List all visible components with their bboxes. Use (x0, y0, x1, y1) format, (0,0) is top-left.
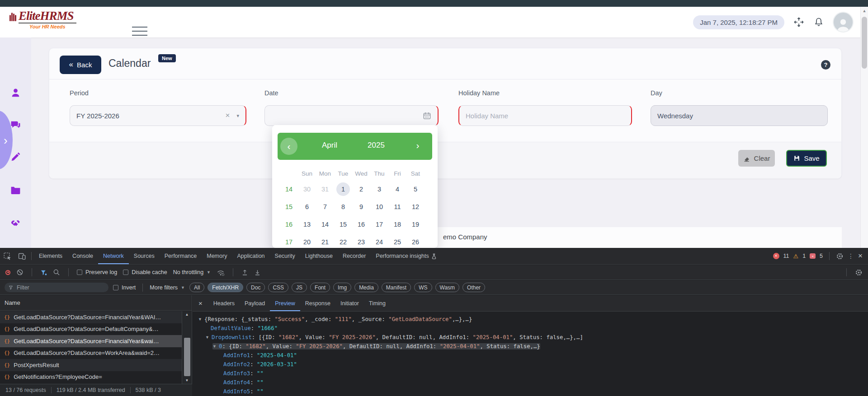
devtools-tab-lighthouse[interactable]: Lighthouse (300, 248, 338, 264)
filter-pill-media[interactable]: Media (354, 283, 378, 292)
app-logo[interactable]: EliteHRMS Your HR Needs (9, 9, 76, 29)
holiday-name-field[interactable] (458, 105, 632, 126)
filter-pill-font[interactable]: Font (310, 283, 330, 292)
throttling-dropdown[interactable]: No throttling▼ (173, 269, 211, 275)
user-avatar[interactable] (833, 12, 854, 33)
request-row[interactable]: {}GetLoadDataSource?DataSource=DefaultCo… (0, 323, 182, 335)
selected-date[interactable]: 1 (336, 182, 350, 196)
date-cell[interactable]: 12 (406, 203, 425, 210)
detail-tab-initiator[interactable]: Initiator (335, 295, 364, 311)
filter-pill-css[interactable]: CSS (268, 283, 288, 292)
date-cell[interactable]: 2 (352, 186, 370, 193)
filter-pill-manifest[interactable]: Manifest (382, 283, 411, 292)
clear-button[interactable]: Clear (738, 150, 775, 167)
more-filters-dropdown[interactable]: More filters▼ (150, 284, 185, 291)
expand-arrow-icon[interactable]: ▼ (205, 333, 212, 342)
prev-month-button[interactable]: ‹ (280, 138, 297, 155)
next-month-button[interactable]: › (411, 140, 424, 151)
devtools-tab-memory[interactable]: Memory (202, 248, 232, 264)
disable-cache-checkbox[interactable] (123, 270, 128, 275)
detail-tab-response[interactable]: Response (300, 295, 335, 311)
request-row[interactable]: {}GetLoadDataSource?DataSource=Financial… (0, 335, 182, 347)
date-cell[interactable]: 8 (334, 203, 352, 210)
filter-pill-doc[interactable]: Doc (246, 283, 265, 292)
date-cell[interactable]: 18 (388, 221, 406, 228)
date-cell[interactable]: 6 (298, 203, 316, 210)
network-conditions-icon[interactable] (217, 269, 225, 276)
date-cell[interactable]: 16 (352, 221, 370, 228)
hamburger-menu-icon[interactable] (132, 27, 147, 39)
move-resize-icon[interactable] (793, 16, 805, 28)
request-list-scrollbar[interactable]: ▲ ▼ (182, 311, 192, 384)
date-cell[interactable]: 19 (406, 221, 425, 228)
devtools-settings-gear-icon[interactable] (836, 252, 844, 260)
issues-icon[interactable]: × (810, 253, 816, 259)
devtools-tab-performance[interactable]: Performance (160, 248, 202, 264)
scrollbar-thumb[interactable] (184, 338, 190, 376)
date-cell[interactable]: 14 (316, 221, 334, 228)
scrollbar-thumb[interactable] (862, 17, 867, 69)
date-cell[interactable]: 25 (388, 238, 406, 246)
date-cell[interactable]: 23 (352, 238, 370, 246)
devtools-tab-security[interactable]: Security (270, 248, 300, 264)
console-errors-icon[interactable]: × (773, 253, 779, 259)
devtools-tab-application[interactable]: Application (232, 248, 269, 264)
date-cell[interactable]: 11 (388, 203, 406, 210)
expand-arrow-icon[interactable]: ▼ (212, 342, 219, 351)
notifications-bell-icon[interactable] (813, 16, 824, 28)
preserve-log-checkbox[interactable] (77, 270, 82, 275)
date-cell[interactable]: 30 (298, 186, 316, 193)
inspect-element-icon[interactable] (0, 248, 14, 264)
save-button[interactable]: Save (786, 150, 827, 167)
network-filter-input[interactable] (17, 284, 104, 291)
date-cell[interactable]: 1 (334, 182, 352, 196)
invert-filter-toggle[interactable]: Invert (113, 284, 136, 291)
period-select[interactable]: FY 2025-2026 × ▾ (70, 105, 246, 126)
preserve-log-toggle[interactable]: Preserve log (77, 269, 117, 275)
detail-tab-payload[interactable]: Payload (240, 295, 270, 311)
date-cell[interactable]: 24 (370, 238, 388, 246)
clear-network-log-icon[interactable] (16, 269, 24, 276)
date-cell[interactable]: 22 (334, 238, 352, 246)
date-cell[interactable]: 26 (406, 238, 425, 246)
date-cell[interactable]: 31 (316, 186, 334, 193)
export-har-icon[interactable] (254, 269, 261, 276)
sidebar-item-user[interactable] (10, 87, 21, 98)
period-clear-icon[interactable]: × (226, 111, 230, 120)
devtools-tab-console[interactable]: Console (67, 248, 98, 264)
expand-arrow-icon[interactable]: ▼ (198, 315, 204, 324)
devtools-tab-performance-insights[interactable]: Performance insights (371, 248, 441, 264)
holiday-name-input[interactable] (466, 112, 625, 120)
datepicker-month[interactable]: April (311, 141, 348, 150)
date-cell[interactable]: 9 (352, 203, 370, 210)
record-network-log-icon[interactable] (5, 270, 10, 275)
period-caret-icon[interactable]: ▾ (236, 113, 239, 119)
filter-pill-img[interactable]: Img (333, 283, 351, 292)
calendar-icon[interactable] (423, 112, 431, 120)
close-detail-icon[interactable]: × (193, 299, 208, 307)
detail-tab-preview[interactable]: Preview (270, 295, 300, 311)
filter-pill-ws[interactable]: WS (414, 283, 432, 292)
datepicker-year[interactable]: 2025 (358, 141, 394, 150)
date-cell[interactable]: 21 (316, 238, 334, 246)
detail-tab-headers[interactable]: Headers (208, 295, 240, 311)
filter-toggle-icon[interactable] (40, 269, 47, 276)
devtools-tab-recorder[interactable]: Recorder (338, 248, 371, 264)
date-cell[interactable]: 20 (298, 238, 316, 246)
help-button[interactable]: ? (821, 60, 830, 70)
network-filter-field[interactable] (5, 283, 108, 292)
sidebar-item-partners[interactable] (10, 218, 21, 229)
date-field[interactable] (264, 105, 439, 126)
name-column-header[interactable]: Name (0, 295, 192, 311)
request-row[interactable]: {}GetNotifications?EmployeeCode= (0, 371, 182, 383)
sidebar-item-files[interactable] (10, 184, 21, 196)
date-cell[interactable]: 7 (316, 203, 334, 210)
detail-tab-timing[interactable]: Timing (364, 295, 391, 311)
request-row[interactable]: {}GetLoadDataSource?DataSource=WorkArea&… (0, 347, 182, 359)
filter-pill-all[interactable]: All (189, 283, 204, 292)
invert-checkbox[interactable] (113, 285, 118, 290)
import-har-icon[interactable] (241, 269, 248, 276)
filter-pill-fetch-xhr[interactable]: Fetch/XHR (208, 283, 243, 292)
date-cell[interactable]: 4 (388, 186, 406, 193)
filter-pill-other[interactable]: Other (462, 283, 485, 292)
